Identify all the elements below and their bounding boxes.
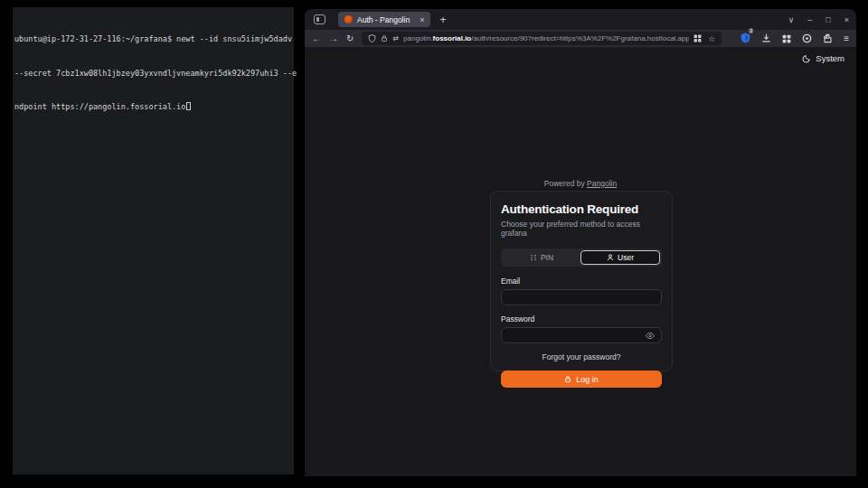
keypad-icon: [530, 254, 537, 261]
email-label: Email: [501, 277, 662, 286]
card-title: Authentication Required: [501, 202, 662, 216]
extension-grid-icon[interactable]: [782, 34, 791, 43]
login-button[interactable]: Log in: [501, 371, 662, 388]
tab-user[interactable]: User: [580, 250, 660, 265]
downloads-icon[interactable]: [761, 33, 771, 43]
container-grid-icon[interactable]: [693, 34, 702, 42]
login-button-label: Log in: [576, 375, 599, 384]
terminal-panel[interactable]: ubuntu@ip-172-31-27-116:~/grafana$ newt …: [13, 7, 294, 474]
forgot-password-link[interactable]: Forgot your password?: [501, 352, 662, 361]
pangolin-link[interactable]: Pangolin: [587, 179, 617, 188]
tab-pin[interactable]: PIN: [503, 250, 580, 265]
powered-by: Powered by Pangolin: [305, 179, 856, 188]
tab-auth-pangolin[interactable]: Auth - Pangolin ×: [338, 12, 430, 27]
close-window-button[interactable]: ×: [844, 15, 849, 24]
tab-bar: Auth - Pangolin × + ∨ – □ ×: [305, 9, 856, 30]
show-password-eye-icon[interactable]: [646, 332, 655, 340]
password-label: Password: [501, 314, 662, 324]
new-tab-button[interactable]: +: [439, 14, 446, 26]
tab-title: Auth - Pangolin: [357, 15, 410, 24]
forward-button[interactable]: →: [329, 34, 338, 43]
auth-card: Authentication Required Choose your pref…: [490, 191, 673, 371]
minimize-button[interactable]: –: [807, 15, 812, 24]
toolbar-extensions: 2 ≡: [741, 31, 849, 47]
theme-toggle-button[interactable]: System: [802, 53, 844, 63]
terminal-cursor: [186, 102, 191, 110]
browser-window: Auth - Pangolin × + ∨ – □ × ← → ↻ ⇄ pang…: [305, 9, 856, 476]
theme-toggle-label: System: [816, 53, 844, 63]
card-subtitle: Choose your preferred method to access g…: [501, 220, 662, 238]
login-lock-icon: [564, 375, 571, 383]
terminal-line: ndpoint https://pangolin.fossorial.io: [14, 101, 292, 113]
reload-button[interactable]: ↻: [346, 34, 354, 43]
terminal-line: --secret 7cbz1xw08lh1jbzey03yxvndljvneam…: [14, 68, 292, 80]
privacy-ring-icon[interactable]: [802, 33, 812, 43]
tab-user-label: User: [618, 253, 634, 262]
tab-pin-label: PIN: [541, 253, 553, 262]
password-field[interactable]: [501, 327, 662, 343]
url-bar[interactable]: ⇄ pangolin.fossorial.io/auth/resource/90…: [362, 32, 722, 45]
terminal-line: ubuntu@ip-172-31-27-116:~/grafana$ newt …: [14, 33, 292, 45]
tracking-protection-shield-icon[interactable]: [368, 34, 376, 42]
tab-close-icon[interactable]: ×: [420, 15, 424, 24]
email-field[interactable]: [501, 289, 662, 305]
puzzle-extensions-icon[interactable]: [823, 33, 833, 43]
pangolin-favicon-icon: [344, 15, 353, 23]
lock-icon[interactable]: [381, 34, 388, 42]
ublock-shield-icon[interactable]: 2: [741, 31, 750, 47]
list-tabs-chevron-icon[interactable]: ∨: [788, 15, 795, 24]
url-text: pangolin.fossorial.io/auth/resource/90?r…: [403, 34, 689, 42]
permissions-arrows-icon[interactable]: ⇄: [392, 34, 399, 42]
back-button[interactable]: ←: [312, 34, 321, 43]
auth-method-switcher: PIN User: [501, 249, 662, 267]
menu-hamburger-icon[interactable]: ≡: [844, 33, 849, 43]
maximize-button[interactable]: □: [826, 15, 830, 24]
powered-by-text: Powered by: [544, 179, 585, 188]
bookmark-star-icon[interactable]: ☆: [708, 34, 715, 43]
moon-icon: [802, 54, 811, 63]
page-content: System Powered by Pangolin Authenticatio…: [305, 47, 856, 476]
navigation-bar: ← → ↻ ⇄ pangolin.fossorial.io/auth/resou…: [305, 30, 856, 47]
user-icon: [607, 254, 614, 261]
firefox-view-icon[interactable]: [314, 14, 326, 24]
